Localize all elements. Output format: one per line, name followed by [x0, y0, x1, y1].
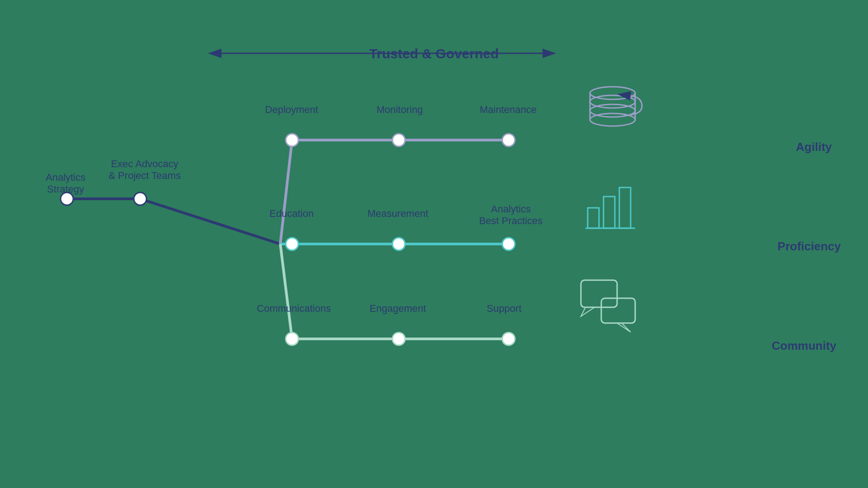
svg-point-34: [590, 87, 635, 99]
svg-marker-40: [581, 307, 594, 316]
svg-rect-37: [619, 188, 631, 228]
monitoring-label: Monitoring: [363, 104, 436, 116]
deployment-label: Deployment: [255, 104, 328, 116]
proficiency-label: Proficiency: [778, 239, 841, 253]
svg-line-11: [280, 244, 292, 339]
main-canvas: Trusted & Governed AnalyticsStrategy Exe…: [0, 0, 868, 488]
trusted-governed-label: Trusted & Governed: [369, 46, 499, 61]
svg-point-22: [286, 333, 298, 345]
svg-point-23: [392, 333, 405, 345]
analytics-strategy-label: AnalyticsStrategy: [27, 172, 104, 195]
analytics-bp-label: AnalyticsBest Practices: [466, 203, 556, 227]
svg-rect-35: [588, 208, 599, 228]
svg-line-5: [280, 140, 292, 244]
svg-point-21: [502, 238, 515, 250]
svg-point-25: [590, 104, 635, 117]
svg-point-15: [134, 192, 146, 205]
svg-point-24: [502, 333, 515, 345]
svg-point-18: [502, 134, 515, 146]
support-label: Support: [475, 303, 533, 314]
svg-point-16: [286, 134, 298, 146]
community-label: Community: [772, 339, 836, 353]
svg-point-31: [590, 95, 635, 108]
maintenance-label: Maintenance: [472, 104, 544, 116]
exec-advocacy-label: Exec Advocacy& Project Teams: [99, 158, 190, 182]
svg-point-20: [392, 238, 405, 250]
svg-marker-42: [617, 323, 631, 332]
education-label: Education: [255, 208, 328, 220]
engagement-label: Engagement: [362, 303, 434, 314]
svg-point-19: [286, 238, 298, 250]
measurement-label: Measurement: [362, 208, 434, 220]
svg-rect-39: [581, 280, 617, 307]
svg-line-4: [140, 199, 280, 244]
svg-point-17: [392, 134, 405, 146]
agility-label: Agility: [796, 140, 832, 154]
svg-rect-41: [601, 298, 635, 323]
svg-point-28: [590, 113, 635, 126]
svg-point-14: [61, 192, 73, 205]
svg-rect-36: [604, 197, 615, 228]
communications-label: Communications: [253, 303, 335, 314]
